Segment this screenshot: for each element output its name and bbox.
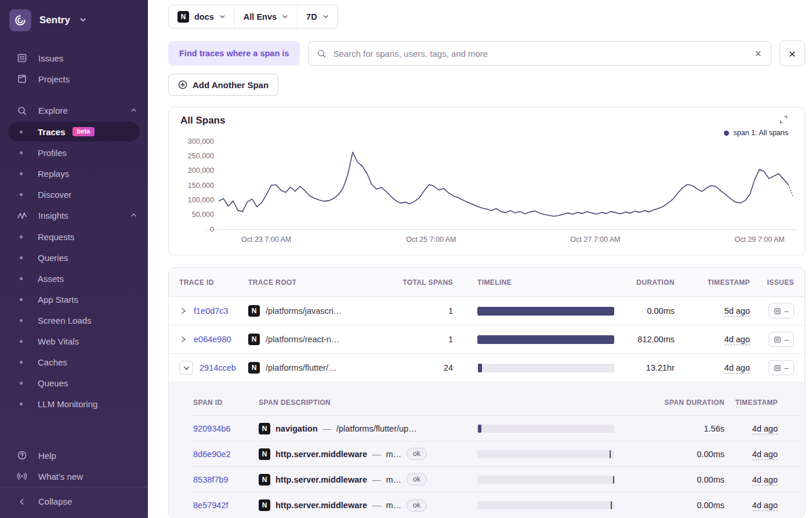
app-root: Sentry Issues Projects (0, 0, 812, 518)
span-id-link[interactable]: 8538f7b9 (193, 475, 228, 484)
chevron-right-icon[interactable] (179, 335, 187, 343)
sidebar-item-profiles[interactable]: Profiles (0, 142, 148, 163)
span-search-box: × (308, 41, 771, 66)
timestamp-value[interactable]: 4d ago (752, 450, 778, 460)
issues-cell[interactable]: – (768, 303, 794, 318)
span-row[interactable]: 8538f7b9 N http.server.middleware — m… o… (192, 467, 800, 492)
remove-span-condition-button[interactable]: × (780, 41, 805, 66)
span-id-link[interactable]: 920934b6 (193, 424, 231, 433)
trace-id-link[interactable]: e064e980 (194, 335, 231, 344)
issues-cell[interactable]: – (768, 360, 794, 375)
span-description: /platforms/flutter/up… (336, 424, 417, 433)
chevron-down-icon[interactable] (179, 361, 193, 375)
date-range-selector[interactable]: 7D (297, 5, 338, 28)
table-row[interactable]: e064e980 N /platforms/react-n… 1 812.00m… (169, 325, 804, 354)
sidebar-item-web-vitals[interactable]: Web Vitals (0, 331, 148, 352)
header-duration: DURATION (629, 278, 691, 287)
timeline-track (477, 425, 614, 433)
sidebar-item-label: Traces (38, 127, 66, 137)
svg-text:150,000: 150,000 (188, 182, 214, 190)
beta-badge: beta (72, 127, 95, 136)
sidebar-section-insights[interactable]: Insights (0, 205, 148, 226)
sidebar-section-explore[interactable]: Explore (0, 100, 148, 121)
sidebar-nav: Issues Projects Explore (0, 48, 148, 414)
bullet-icon (20, 277, 23, 280)
org-switcher[interactable]: Sentry (0, 0, 148, 37)
bullet-icon (20, 361, 23, 364)
separator: — (372, 475, 381, 484)
sidebar-item-traces[interactable]: Traces beta (8, 122, 140, 142)
table-row-expanded[interactable]: 2914cceb N /platforms/flutter/… 24 13.21… (169, 354, 804, 382)
sidebar-item-label: Screen Loads (38, 316, 92, 325)
issues-count: – (784, 363, 789, 372)
line-chart[interactable]: 050,000100,000150,000200,000250,000300,0… (169, 107, 804, 255)
sidebar-collapse-button[interactable]: Collapse (0, 487, 148, 516)
timestamp-value[interactable]: 4d ago (752, 501, 778, 511)
chevron-up-icon (130, 211, 137, 220)
span-row[interactable]: 8e57942f N http.server.middleware — m… o… (192, 492, 800, 518)
projects-icon (16, 74, 28, 84)
span-op: http.server.middleware (276, 475, 367, 484)
header-timestamp: TIMESTAMP (691, 278, 758, 287)
add-span-row: Add Another Span (168, 74, 805, 96)
issues-count: – (784, 335, 789, 344)
timestamp-value[interactable]: 4d ago (752, 475, 778, 486)
project-avatar-icon: N (177, 11, 189, 23)
find-traces-button[interactable]: Find traces where a span is (168, 41, 300, 66)
add-another-span-button[interactable]: Add Another Span (168, 74, 278, 96)
sidebar-item-help[interactable]: Help (0, 445, 148, 466)
span-description: m… (386, 450, 401, 459)
timestamp-value[interactable]: 4d ago (752, 424, 778, 434)
separator: — (372, 501, 381, 510)
svg-text:0: 0 (210, 226, 214, 234)
sidebar-item-llm-monitoring[interactable]: LLM Monitoring (0, 393, 148, 414)
environment-selector[interactable]: All Envs (234, 5, 297, 28)
chevron-right-icon[interactable] (179, 307, 187, 315)
bullet-icon (20, 236, 23, 238)
trace-id-link[interactable]: 2914cceb (200, 363, 236, 372)
sidebar-item-whats-new[interactable]: What's new (0, 466, 148, 487)
svg-text:Oct 27 7:00 AM: Oct 27 7:00 AM (570, 236, 620, 244)
sidebar-item-label: Assets (38, 274, 64, 284)
sidebar-item-projects[interactable]: Projects (0, 68, 148, 89)
sidebar-item-assets[interactable]: Assets (0, 268, 148, 289)
sidebar-item-discover[interactable]: Discover (0, 184, 148, 205)
sidebar-item-issues[interactable]: Issues (0, 48, 148, 68)
timestamp-value[interactable]: 5d ago (724, 306, 750, 317)
bullet-icon (20, 340, 23, 343)
sidebar-item-replays[interactable]: Replays (0, 163, 148, 184)
sidebar-item-caches[interactable]: Caches (0, 352, 148, 372)
span-id-link[interactable]: 8d6e90e2 (193, 450, 231, 459)
sidebar-item-queries[interactable]: Queries (0, 247, 148, 268)
sidebar-item-requests[interactable]: Requests (0, 226, 148, 247)
svg-text:300,000: 300,000 (188, 137, 214, 146)
collapse-label: Collapse (38, 497, 72, 506)
issues-icon (774, 364, 781, 372)
duration-value: 0.00ms (629, 306, 691, 316)
timestamp-value[interactable]: 4d ago (724, 363, 750, 374)
span-id-link[interactable]: 8e57942f (193, 501, 228, 510)
section-label: Explore (38, 106, 68, 115)
clear-search-icon[interactable]: × (753, 48, 763, 59)
sidebar-item-queues[interactable]: Queues (0, 372, 148, 393)
table-row[interactable]: f1e0d7c3 N /platforms/javascri… 1 0.00ms… (169, 297, 804, 325)
issues-icon (16, 53, 28, 63)
sidebar-item-app-starts[interactable]: App Starts (0, 289, 148, 310)
date-range-value: 7D (306, 12, 317, 21)
header-span-timestamp: TIMESTAMP (724, 399, 801, 407)
header-trace-id: TRACE ID (169, 278, 248, 287)
project-selector[interactable]: N docs (169, 5, 234, 28)
sidebar-item-screen-loads[interactable]: Screen Loads (0, 310, 148, 331)
trace-id-link[interactable]: f1e0d7c3 (194, 306, 229, 316)
span-row[interactable]: 8d6e90e2 N http.server.middleware — m… o… (192, 441, 800, 467)
timeline-track (477, 364, 614, 372)
issues-cell[interactable]: – (768, 332, 794, 347)
span-search-input[interactable] (333, 49, 747, 59)
separator: — (372, 450, 381, 459)
span-row[interactable]: 920934b6 N navigation — /platforms/flutt… (192, 416, 800, 441)
total-spans-value: 1 (389, 306, 455, 316)
bullet-icon (20, 193, 23, 196)
sidebar-footer: Help What's new Collapse (0, 445, 148, 518)
timestamp-value[interactable]: 4d ago (724, 335, 750, 345)
platform-icon: N (248, 334, 260, 345)
